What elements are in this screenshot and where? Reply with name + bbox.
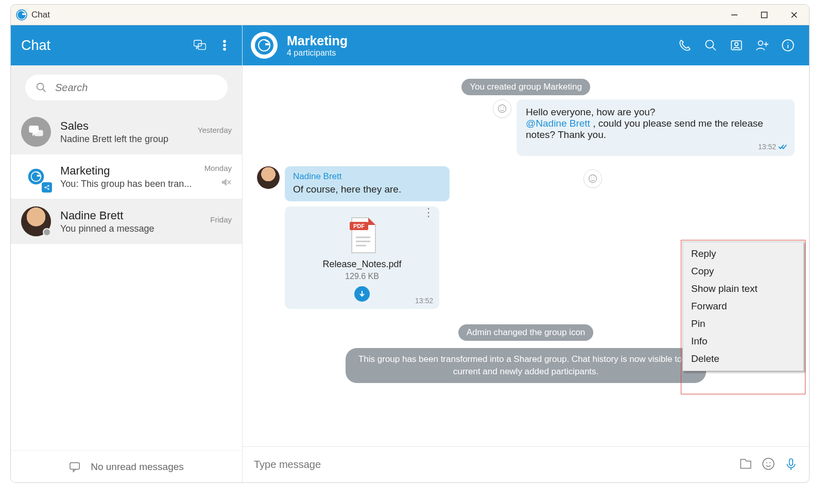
info-button[interactable] [775, 32, 801, 58]
svg-point-8 [224, 44, 226, 46]
person-avatar [21, 206, 51, 236]
svg-point-49 [769, 462, 770, 463]
composer [243, 446, 809, 482]
incoming-message[interactable]: Nadine Brett Of course, here they are. [285, 166, 450, 201]
svg-line-20 [46, 188, 48, 189]
main-pane: Marketing 4 participants You created gro… [243, 25, 809, 482]
ctx-reply[interactable]: Reply [683, 245, 803, 263]
conversation-name: Nadine Brett [60, 209, 210, 222]
system-message: Admin changed the group icon [458, 324, 594, 341]
more-menu-button[interactable] [212, 33, 237, 58]
muted-icon [204, 177, 232, 190]
conversation-sales[interactable]: Sales Nadine Brett left the group Yester… [11, 110, 242, 154]
gallery-button[interactable] [724, 32, 749, 58]
mention[interactable]: @Nadine Brett [526, 118, 590, 129]
svg-point-41 [594, 178, 595, 179]
search-in-chat-button[interactable] [698, 32, 724, 58]
voice-message-button[interactable] [784, 457, 798, 473]
conversation-preview: Nadine Brett left the group [60, 134, 194, 145]
sidebar-title: Chat [21, 38, 187, 54]
status-dot-icon [43, 228, 51, 236]
sender-avatar[interactable] [257, 166, 280, 189]
new-chat-button[interactable] [187, 33, 212, 58]
react-button[interactable] [583, 169, 602, 188]
window-title: Chat [31, 10, 50, 20]
conversation-name: Sales [60, 119, 198, 133]
download-button[interactable] [354, 286, 370, 302]
svg-text:PDF: PDF [353, 223, 365, 229]
ctx-pin[interactable]: Pin [683, 315, 803, 333]
file-attachment[interactable]: ⋮ PDF Release_Notes.pdf 129.6 KB 13:52 [285, 206, 439, 309]
read-receipt-icon [778, 144, 787, 150]
close-button[interactable] [779, 5, 809, 25]
header-group-name: Marketing [287, 33, 348, 48]
conversation-header: Marketing 4 participants [243, 25, 809, 65]
search-icon [36, 82, 47, 93]
svg-point-37 [501, 108, 502, 109]
unread-icon [69, 461, 81, 473]
svg-line-27 [712, 47, 716, 50]
emoji-button[interactable] [762, 457, 775, 473]
footer-text: No unread messages [91, 461, 184, 473]
minimize-button[interactable] [719, 5, 749, 25]
svg-line-19 [46, 186, 48, 187]
header-subtitle: 4 participants [287, 48, 348, 58]
ctx-copy[interactable]: Copy [683, 263, 803, 280]
svg-point-17 [47, 185, 49, 186]
system-message: You created group Marketing [461, 79, 590, 95]
svg-point-35 [787, 42, 788, 43]
svg-point-30 [758, 41, 763, 45]
attachment-time: 13:52 [415, 297, 433, 305]
ctx-show-plain-text[interactable]: Show plain text [683, 280, 803, 298]
conversation-time: Monday [204, 164, 232, 172]
svg-point-10 [37, 83, 44, 90]
attachment-menu-button[interactable]: ⋮ [423, 211, 434, 215]
message-input[interactable] [254, 459, 730, 471]
conversation-preview: You: This group has been tran... [60, 179, 194, 189]
search-input[interactable] [55, 82, 217, 94]
add-participant-button[interactable] [749, 32, 775, 58]
sender-name: Nadine Brett [293, 171, 441, 182]
titlebar: Chat [11, 5, 809, 25]
conversation-list: Sales Nadine Brett left the group Yester… [11, 110, 242, 450]
group-avatar-icon [21, 162, 51, 192]
system-message: This group has been transformed into a S… [346, 348, 706, 383]
attach-button[interactable] [739, 457, 752, 473]
file-name: Release_Notes.pdf [292, 259, 432, 270]
conversation-nadine[interactable]: Nadine Brett You pinned a message Friday [11, 199, 242, 244]
svg-point-48 [766, 462, 767, 463]
svg-rect-23 [70, 462, 79, 469]
call-button[interactable] [672, 32, 698, 58]
svg-point-40 [591, 178, 592, 179]
maximize-button[interactable] [749, 5, 779, 25]
conversation-time: Yesterday [198, 126, 232, 134]
sidebar: Chat [11, 25, 243, 482]
context-menu[interactable]: Reply Copy Show plain text Forward Pin I… [682, 241, 804, 371]
ctx-info[interactable]: Info [683, 333, 803, 350]
header-avatar[interactable] [251, 32, 278, 59]
ctx-delete[interactable]: Delete [683, 350, 803, 368]
search-area [11, 65, 242, 110]
message-text: Of course, here they are. [293, 184, 441, 195]
svg-rect-50 [789, 459, 793, 465]
svg-point-39 [589, 175, 597, 183]
group-avatar-icon [21, 117, 51, 147]
ctx-forward[interactable]: Forward [683, 298, 803, 315]
search-box[interactable] [25, 75, 228, 100]
svg-line-11 [43, 89, 46, 92]
svg-point-29 [735, 43, 739, 46]
file-size: 129.6 KB [292, 272, 432, 281]
svg-point-18 [47, 188, 49, 189]
conversation-marketing[interactable]: Marketing You: This group has been tran.… [11, 154, 242, 199]
app-window: Chat Chat [10, 4, 810, 483]
react-button[interactable] [493, 99, 511, 118]
outgoing-message[interactable]: Hello everyone, how are you? @Nadine Bre… [517, 99, 795, 156]
conversation-preview: You pinned a message [60, 223, 194, 234]
message-area: You created group Marketing Hello everyo… [243, 65, 809, 446]
pdf-file-icon: PDF [346, 217, 379, 254]
sidebar-header: Chat [11, 25, 242, 65]
svg-point-16 [44, 186, 46, 188]
message-time: 13:52 [758, 143, 776, 151]
conversation-time: Friday [210, 215, 232, 224]
svg-point-26 [706, 40, 713, 48]
